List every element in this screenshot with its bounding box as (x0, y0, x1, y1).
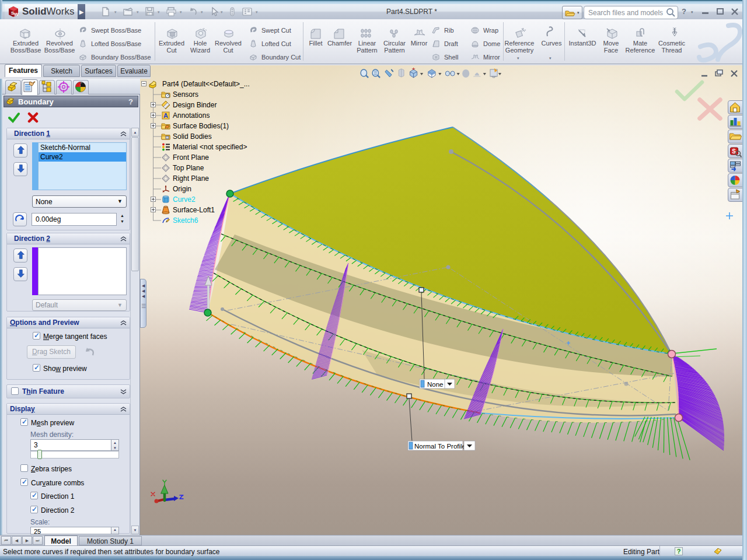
svg-text:None: None (427, 381, 444, 388)
svg-text:Normal To Profile: Normal To Profile (414, 443, 466, 450)
svg-text:A: A (163, 112, 168, 119)
